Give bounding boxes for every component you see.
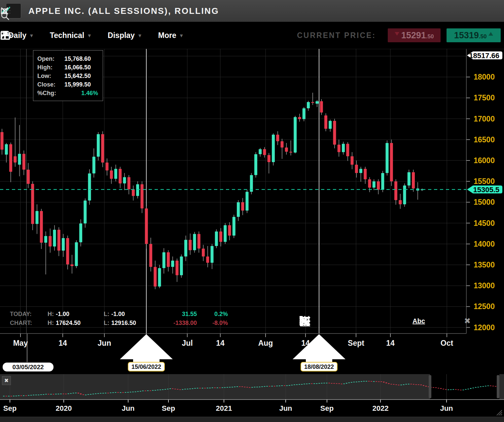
candle-body	[294, 117, 297, 153]
chevron-down-icon: ▼	[179, 33, 184, 38]
candle-body	[307, 102, 310, 108]
mini-time-axis: Sep2020JunSep2021JunSep2022Jun	[3, 400, 453, 412]
session-date-label: 15/06/2022	[131, 364, 161, 370]
today-stats-row: TODAY: H:-1.00 L:-1.00 31.55 0.2%	[10, 310, 228, 319]
candle-body	[92, 157, 95, 174]
candle-body	[206, 257, 209, 263]
grid-tool[interactable]	[331, 314, 344, 328]
candle-body	[36, 211, 39, 224]
mini-selection-right-handle[interactable]	[497, 375, 499, 398]
price-axis: 1800017500170001650016000155001500014500…	[466, 52, 502, 332]
mini-time-tick-label: Sep	[320, 404, 334, 412]
menu-technical[interactable]: Technical ▼	[50, 31, 92, 40]
time-tick-label: 14	[216, 339, 225, 347]
bid-price-value: 15291	[401, 30, 426, 41]
menu-display[interactable]: Display ▼	[108, 31, 142, 40]
overview-mini-chart[interactable]: Sep2020JunSep2021JunSep2022Jun	[0, 374, 504, 422]
candle-body	[368, 179, 371, 188]
mini-selection-left-handle[interactable]	[429, 375, 431, 398]
text-tool[interactable]: Abc	[412, 314, 425, 328]
drawing-toolbar-close-icon[interactable]: ✖	[461, 314, 474, 328]
mini-time-tick-label: 2020	[56, 404, 72, 412]
candle-body	[88, 173, 91, 200]
price-tick-label: 13000	[474, 281, 495, 290]
candle-body	[342, 144, 345, 152]
window-title: APPLE INC. (ALL SESSIONS), ROLLING	[28, 6, 219, 16]
pctchg-label: %Chg:	[37, 89, 62, 97]
time-tick-label: 14	[58, 339, 67, 347]
candle-body	[71, 264, 74, 266]
menu-more[interactable]: More ▼	[158, 31, 184, 40]
diagonal-line-tool[interactable]	[428, 314, 442, 328]
candle-body	[403, 186, 406, 204]
menu-daily[interactable]: Daily ▼	[8, 31, 34, 40]
candle-body	[259, 149, 262, 154]
chart-low-label: L:	[104, 320, 109, 327]
candle-body	[224, 225, 227, 242]
candle-body	[303, 108, 306, 119]
candle-body	[359, 169, 362, 173]
fan-lines-tool[interactable]	[347, 314, 361, 328]
menu-display-label: Display	[108, 31, 135, 40]
candle-body	[263, 149, 266, 155]
chart-change-pct: -8.0%	[201, 320, 228, 327]
price-tag-value: 15305.5	[473, 186, 499, 194]
candle-body	[246, 192, 249, 211]
mini-selection-window[interactable]	[430, 374, 499, 400]
price-tick-label: 17500	[474, 93, 495, 102]
rectangle-tool[interactable]	[396, 314, 409, 328]
mini-time-tick-label: Jun	[279, 404, 292, 412]
chart-low-value: 12916.50	[111, 320, 136, 327]
vertical-line-tool[interactable]	[445, 314, 458, 328]
candle-body	[31, 184, 34, 224]
candle-body	[373, 181, 376, 188]
candle-body	[106, 162, 109, 170]
candle-body	[167, 252, 170, 267]
candle-body	[1, 132, 4, 150]
main-toolbar: Daily ▼ Technical ▼ Display ▼ More ▼	[0, 22, 504, 49]
ohlc-info-box: Open:15,768.60 High:16,066.50 Low:15,642…	[33, 50, 103, 101]
candle-body	[355, 165, 358, 173]
candle-body	[141, 184, 144, 208]
ask-price-frac: .50	[479, 33, 487, 40]
curve-tool[interactable]	[315, 314, 328, 328]
bid-price-box: 15291 .50	[388, 28, 441, 42]
today-low-value: -1.00	[111, 311, 125, 318]
candle-body	[211, 246, 214, 263]
candle-body	[228, 225, 231, 236]
candle-body	[298, 117, 301, 119]
candle-body	[289, 152, 292, 153]
high-value: 16,066.50	[64, 63, 91, 72]
time-tick-label: Aug	[258, 339, 273, 347]
trend-line-tool[interactable]	[380, 314, 393, 328]
candle-body	[364, 169, 367, 179]
candle-body	[136, 184, 139, 196]
start-date-label: 03/05/2022	[12, 364, 44, 370]
candle-body	[408, 172, 411, 185]
candle-body	[110, 170, 113, 179]
today-change-pct: 0.2%	[201, 311, 228, 318]
title-bar: APPLE INC. (ALL SESSIONS), ROLLING	[0, 0, 504, 22]
candle-body	[254, 154, 257, 175]
text-tool-label: Abc	[413, 317, 425, 325]
candle-body	[62, 238, 65, 251]
candle-body	[215, 231, 218, 246]
chevron-down-icon: ▼	[87, 33, 92, 38]
candle-body	[386, 143, 389, 173]
close-value: 15,999.50	[64, 80, 91, 89]
candle-body	[338, 145, 341, 152]
candle-body	[412, 172, 415, 188]
candle-body	[198, 234, 200, 248]
candle-body	[22, 154, 25, 170]
today-high-label: H:	[48, 311, 54, 318]
horizontal-line-tool[interactable]	[364, 314, 377, 328]
price-tick-label: 17000	[474, 115, 495, 123]
price-tick-label: 18000	[474, 73, 495, 81]
candle-body	[176, 261, 179, 275]
candle-body	[311, 102, 314, 103]
candle-body	[123, 177, 126, 184]
candle-body	[399, 200, 402, 204]
menu-technical-label: Technical	[50, 31, 84, 40]
mini-chart-close-icon[interactable]: ✖	[2, 376, 11, 385]
resize-grip-icon[interactable]	[497, 410, 502, 415]
